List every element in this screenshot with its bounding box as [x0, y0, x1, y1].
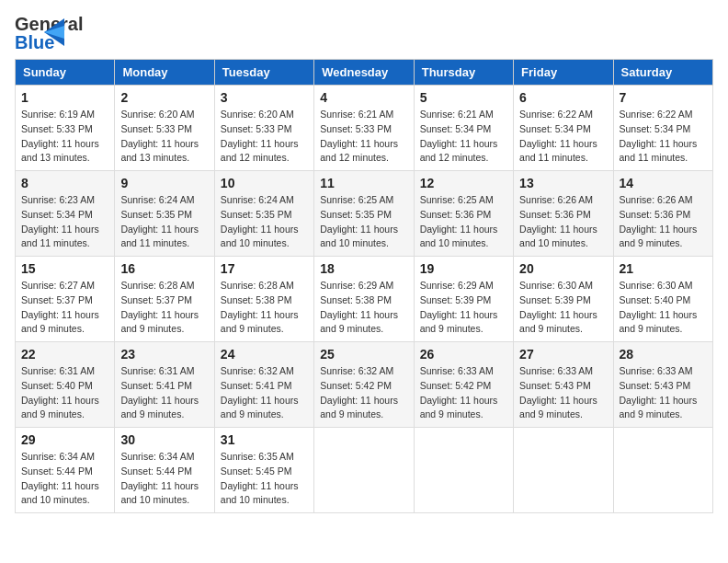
col-header-sunday: Sunday	[16, 60, 115, 86]
day-number: 6	[519, 90, 607, 105]
day-number: 20	[519, 261, 607, 276]
calendar-cell: 29 Sunrise: 6:34 AM Sunset: 5:44 PM Dayl…	[16, 428, 115, 513]
day-info: Sunrise: 6:21 AM Sunset: 5:33 PM Dayligh…	[320, 108, 407, 166]
col-header-friday: Friday	[514, 60, 613, 86]
day-number: 30	[120, 432, 208, 447]
day-number: 17	[221, 261, 308, 276]
calendar-cell: 16 Sunrise: 6:28 AM Sunset: 5:37 PM Dayl…	[115, 257, 214, 342]
calendar-cell: 3 Sunrise: 6:20 AM Sunset: 5:33 PM Dayli…	[214, 86, 313, 171]
day-info: Sunrise: 6:25 AM Sunset: 5:35 PM Dayligh…	[320, 193, 407, 251]
calendar-cell	[514, 428, 613, 513]
day-info: Sunrise: 6:31 AM Sunset: 5:41 PM Dayligh…	[120, 364, 208, 422]
day-info: Sunrise: 6:23 AM Sunset: 5:34 PM Dayligh…	[21, 193, 108, 251]
day-number: 31	[221, 432, 308, 447]
calendar-cell: 8 Sunrise: 6:23 AM Sunset: 5:34 PM Dayli…	[16, 171, 115, 257]
day-info: Sunrise: 6:28 AM Sunset: 5:38 PM Dayligh…	[221, 279, 308, 337]
day-info: Sunrise: 6:34 AM Sunset: 5:44 PM Dayligh…	[120, 450, 208, 508]
day-number: 8	[21, 176, 108, 190]
col-header-saturday: Saturday	[613, 60, 712, 86]
day-info: Sunrise: 6:29 AM Sunset: 5:39 PM Dayligh…	[420, 279, 507, 337]
calendar-cell: 11 Sunrise: 6:25 AM Sunset: 5:35 PM Dayl…	[314, 171, 414, 257]
day-number: 16	[120, 261, 208, 276]
day-info: Sunrise: 6:28 AM Sunset: 5:37 PM Dayligh…	[120, 279, 208, 337]
day-number: 23	[120, 347, 208, 362]
calendar-cell: 10 Sunrise: 6:24 AM Sunset: 5:35 PM Dayl…	[214, 171, 313, 257]
calendar-cell: 18 Sunrise: 6:29 AM Sunset: 5:38 PM Dayl…	[314, 257, 414, 342]
day-info: Sunrise: 6:20 AM Sunset: 5:33 PM Dayligh…	[221, 108, 308, 166]
day-info: Sunrise: 6:19 AM Sunset: 5:33 PM Dayligh…	[21, 108, 108, 166]
day-number: 9	[120, 176, 208, 190]
calendar-cell: 15 Sunrise: 6:27 AM Sunset: 5:37 PM Dayl…	[16, 257, 115, 342]
calendar-cell: 23 Sunrise: 6:31 AM Sunset: 5:41 PM Dayl…	[115, 342, 214, 428]
day-number: 25	[320, 347, 407, 362]
day-info: Sunrise: 6:29 AM Sunset: 5:38 PM Dayligh…	[320, 279, 407, 337]
day-number: 22	[21, 347, 108, 362]
col-header-thursday: Thursday	[414, 60, 513, 86]
day-info: Sunrise: 6:33 AM Sunset: 5:43 PM Dayligh…	[620, 364, 707, 422]
day-info: Sunrise: 6:26 AM Sunset: 5:36 PM Dayligh…	[620, 193, 707, 251]
calendar-cell: 25 Sunrise: 6:32 AM Sunset: 5:42 PM Dayl…	[314, 342, 414, 428]
day-number: 11	[320, 176, 407, 190]
calendar-cell: 30 Sunrise: 6:34 AM Sunset: 5:44 PM Dayl…	[115, 428, 214, 513]
calendar-cell: 6 Sunrise: 6:22 AM Sunset: 5:34 PM Dayli…	[514, 86, 613, 171]
calendar-cell	[613, 428, 712, 513]
calendar-cell: 4 Sunrise: 6:21 AM Sunset: 5:33 PM Dayli…	[314, 86, 414, 171]
day-info: Sunrise: 6:31 AM Sunset: 5:40 PM Dayligh…	[21, 364, 108, 422]
calendar-cell: 24 Sunrise: 6:32 AM Sunset: 5:41 PM Dayl…	[214, 342, 313, 428]
day-number: 28	[620, 347, 707, 362]
calendar-week-1: 1 Sunrise: 6:19 AM Sunset: 5:33 PM Dayli…	[16, 86, 713, 171]
calendar-cell: 9 Sunrise: 6:24 AM Sunset: 5:35 PM Dayli…	[115, 171, 214, 257]
calendar-cell: 5 Sunrise: 6:21 AM Sunset: 5:34 PM Dayli…	[414, 86, 513, 171]
calendar-cell: 20 Sunrise: 6:30 AM Sunset: 5:39 PM Dayl…	[514, 257, 613, 342]
calendar-table: SundayMondayTuesdayWednesdayThursdayFrid…	[15, 59, 713, 513]
calendar-cell	[414, 428, 513, 513]
col-header-tuesday: Tuesday	[214, 60, 313, 86]
day-number: 27	[519, 347, 607, 362]
day-info: Sunrise: 6:34 AM Sunset: 5:44 PM Dayligh…	[21, 450, 108, 508]
day-info: Sunrise: 6:22 AM Sunset: 5:34 PM Dayligh…	[620, 108, 707, 166]
day-number: 24	[221, 347, 308, 362]
logo: General Blue	[15, 15, 57, 50]
day-number: 10	[221, 176, 308, 190]
day-number: 2	[120, 90, 208, 105]
header: General Blue	[15, 15, 713, 50]
calendar-cell: 27 Sunrise: 6:33 AM Sunset: 5:43 PM Dayl…	[514, 342, 613, 428]
calendar-cell	[314, 428, 414, 513]
day-info: Sunrise: 6:22 AM Sunset: 5:34 PM Dayligh…	[519, 108, 607, 166]
day-number: 1	[21, 90, 108, 105]
day-info: Sunrise: 6:26 AM Sunset: 5:36 PM Dayligh…	[519, 193, 607, 251]
calendar-cell: 28 Sunrise: 6:33 AM Sunset: 5:43 PM Dayl…	[613, 342, 712, 428]
calendar-week-2: 8 Sunrise: 6:23 AM Sunset: 5:34 PM Dayli…	[16, 171, 713, 257]
calendar-week-5: 29 Sunrise: 6:34 AM Sunset: 5:44 PM Dayl…	[16, 428, 713, 513]
col-header-monday: Monday	[115, 60, 214, 86]
calendar-week-4: 22 Sunrise: 6:31 AM Sunset: 5:40 PM Dayl…	[16, 342, 713, 428]
day-info: Sunrise: 6:33 AM Sunset: 5:43 PM Dayligh…	[519, 364, 607, 422]
day-number: 12	[420, 176, 507, 190]
day-number: 14	[620, 176, 707, 190]
calendar-cell: 2 Sunrise: 6:20 AM Sunset: 5:33 PM Dayli…	[115, 86, 214, 171]
calendar-cell: 17 Sunrise: 6:28 AM Sunset: 5:38 PM Dayl…	[214, 257, 313, 342]
day-info: Sunrise: 6:33 AM Sunset: 5:42 PM Dayligh…	[420, 364, 507, 422]
calendar-cell: 21 Sunrise: 6:30 AM Sunset: 5:40 PM Dayl…	[613, 257, 712, 342]
calendar-cell: 26 Sunrise: 6:33 AM Sunset: 5:42 PM Dayl…	[414, 342, 513, 428]
day-number: 29	[21, 432, 108, 447]
calendar-cell: 12 Sunrise: 6:25 AM Sunset: 5:36 PM Dayl…	[414, 171, 513, 257]
day-info: Sunrise: 6:30 AM Sunset: 5:40 PM Dayligh…	[620, 279, 707, 337]
calendar-cell: 19 Sunrise: 6:29 AM Sunset: 5:39 PM Dayl…	[414, 257, 513, 342]
day-info: Sunrise: 6:21 AM Sunset: 5:34 PM Dayligh…	[420, 108, 507, 166]
day-info: Sunrise: 6:24 AM Sunset: 5:35 PM Dayligh…	[120, 193, 208, 251]
day-number: 4	[320, 90, 407, 105]
calendar-cell: 7 Sunrise: 6:22 AM Sunset: 5:34 PM Dayli…	[613, 86, 712, 171]
calendar-cell: 31 Sunrise: 6:35 AM Sunset: 5:45 PM Dayl…	[214, 428, 313, 513]
calendar-cell: 14 Sunrise: 6:26 AM Sunset: 5:36 PM Dayl…	[613, 171, 712, 257]
calendar-cell: 1 Sunrise: 6:19 AM Sunset: 5:33 PM Dayli…	[16, 86, 115, 171]
calendar-week-3: 15 Sunrise: 6:27 AM Sunset: 5:37 PM Dayl…	[16, 257, 713, 342]
day-number: 13	[519, 176, 607, 190]
day-info: Sunrise: 6:32 AM Sunset: 5:41 PM Dayligh…	[221, 364, 308, 422]
day-number: 15	[21, 261, 108, 276]
col-header-wednesday: Wednesday	[314, 60, 414, 86]
day-number: 5	[420, 90, 507, 105]
day-number: 7	[620, 90, 707, 105]
day-number: 18	[320, 261, 407, 276]
calendar-cell: 22 Sunrise: 6:31 AM Sunset: 5:40 PM Dayl…	[16, 342, 115, 428]
